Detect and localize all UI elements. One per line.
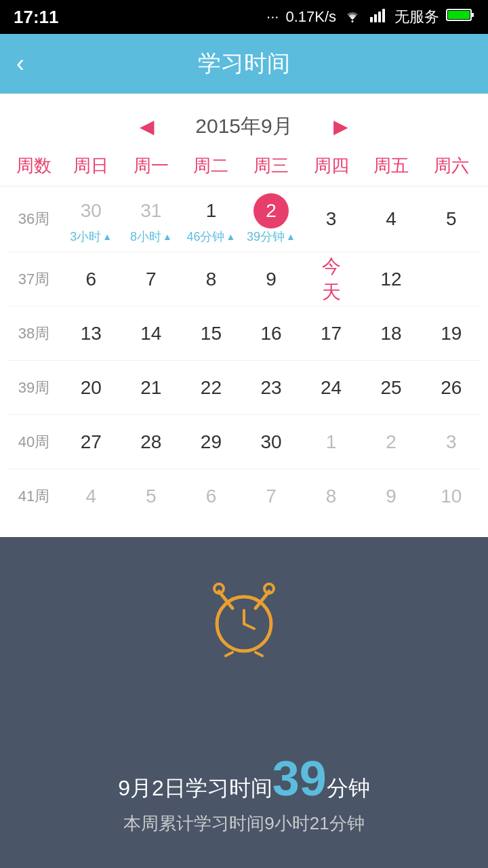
- day-number: 4: [73, 479, 108, 514]
- weekday-wed: 周三: [241, 154, 302, 178]
- calendar-row: 36周303小时 ▲318小时 ▲146分钟 ▲239分钟 ▲345: [7, 186, 481, 252]
- day-number: 10: [434, 479, 469, 514]
- day-cell[interactable]: 17: [301, 309, 361, 358]
- day-cell[interactable]: 12: [361, 255, 422, 304]
- day-cell[interactable]: 2: [361, 418, 422, 467]
- day-cell[interactable]: 18: [361, 309, 422, 358]
- day-cell[interactable]: 303小时 ▲: [61, 186, 121, 252]
- day-number: 2: [373, 425, 409, 460]
- day-cell[interactable]: 29: [181, 418, 241, 467]
- day-number: 今天: [314, 262, 349, 297]
- svg-rect-7: [472, 13, 474, 17]
- week-num-label: 38周: [18, 323, 49, 344]
- day-number: 31: [134, 193, 169, 229]
- day-cell[interactable]: 19: [421, 309, 481, 358]
- summary-suffix: 分钟: [327, 774, 370, 804]
- month-label: 2015年9月: [195, 113, 292, 140]
- day-cell[interactable]: 7: [121, 255, 182, 304]
- weekday-mon: 周一: [121, 154, 182, 178]
- day-cell[interactable]: 3: [421, 418, 481, 467]
- battery-icon: [446, 8, 474, 26]
- day-cell[interactable]: 23: [241, 363, 302, 412]
- status-carrier: 无服务: [394, 7, 439, 27]
- day-cell[interactable]: 4: [61, 472, 121, 521]
- svg-rect-2: [374, 14, 377, 22]
- day-cell[interactable]: 13: [61, 309, 121, 358]
- svg-rect-3: [378, 12, 381, 22]
- next-month-button[interactable]: ▶: [333, 115, 348, 138]
- day-cell[interactable]: 20: [61, 363, 121, 412]
- day-cell[interactable]: 5: [421, 195, 481, 243]
- day-cell[interactable]: 21: [121, 363, 182, 412]
- prev-month-button[interactable]: ◀: [140, 115, 155, 138]
- day-number: 6: [193, 479, 228, 514]
- day-number: 23: [253, 370, 289, 406]
- week-number-cell: 41周: [7, 479, 61, 513]
- svg-rect-1: [370, 17, 373, 22]
- day-cell[interactable]: 14: [121, 309, 182, 358]
- day-number: 16: [253, 316, 289, 351]
- week-number-cell: 38周: [7, 317, 61, 351]
- day-cell[interactable]: 8: [301, 472, 361, 521]
- day-cell[interactable]: 6: [61, 255, 121, 304]
- day-cell[interactable]: 8: [181, 255, 241, 304]
- day-number: 19: [434, 316, 469, 351]
- day-cell[interactable]: 22: [181, 363, 241, 412]
- day-cell[interactable]: 15: [181, 309, 241, 358]
- summary-prefix: 9月2日学习时间: [118, 774, 272, 804]
- day-cell[interactable]: 30: [241, 418, 302, 467]
- day-cell[interactable]: 25: [361, 363, 422, 412]
- week-number-cell: 37周: [7, 262, 61, 296]
- day-cell[interactable]: 6: [181, 472, 241, 521]
- weekday-week-num: 周数: [7, 154, 61, 178]
- bottom-section: 9月2日学习时间 39 分钟 本周累计学习时间9小时21分钟: [0, 537, 488, 868]
- summary-area: 9月2日学习时间 39 分钟 本周累计学习时间9小时21分钟: [118, 754, 370, 835]
- day-number: 18: [373, 316, 409, 351]
- day-cell[interactable]: 5: [121, 472, 182, 521]
- day-cell[interactable]: 28: [121, 418, 182, 467]
- status-right: ··· 0.17K/s 无服务: [266, 7, 474, 27]
- week-number-cell: 39周: [7, 371, 61, 405]
- back-button[interactable]: ‹: [16, 50, 24, 78]
- week-num-label: 41周: [18, 486, 49, 507]
- day-cell[interactable]: 7: [241, 472, 302, 521]
- calendar-row: 39周20212223242526: [7, 361, 481, 415]
- empty-cell: [421, 273, 481, 286]
- day-cell[interactable]: 今天: [301, 255, 361, 304]
- day-number: 20: [73, 370, 108, 406]
- day-number: 24: [314, 370, 349, 406]
- day-number: 2: [253, 193, 289, 229]
- summary-sub: 本周累计学习时间9小时21分钟: [118, 812, 370, 835]
- page-title: 学习时间: [198, 48, 290, 79]
- day-number: 7: [134, 262, 169, 297]
- svg-line-16: [256, 652, 262, 656]
- day-number: 27: [73, 425, 108, 460]
- svg-line-12: [244, 624, 254, 629]
- day-cell[interactable]: 239分钟 ▲: [241, 186, 302, 252]
- calendar-row: 40周27282930123: [7, 415, 481, 469]
- day-number: 22: [193, 370, 228, 406]
- day-number: 1: [193, 193, 228, 229]
- status-time: 17:11: [14, 7, 59, 28]
- week-num-label: 36周: [18, 209, 49, 229]
- day-number: 5: [434, 201, 469, 237]
- day-cell[interactable]: 24: [301, 363, 361, 412]
- day-cell[interactable]: 4: [361, 195, 422, 243]
- day-cell[interactable]: 1: [301, 418, 361, 467]
- day-number: 3: [434, 425, 469, 460]
- top-bar: ‹ 学习时间: [0, 34, 488, 94]
- summary-main: 9月2日学习时间 39 分钟: [118, 754, 370, 804]
- day-cell[interactable]: 318小时 ▲: [121, 186, 182, 252]
- day-cell[interactable]: 10: [421, 472, 481, 521]
- day-number: 1: [314, 425, 349, 460]
- day-cell[interactable]: 9: [241, 255, 302, 304]
- weekday-header: 周数 周日 周一 周二 周三 周四 周五 周六: [0, 154, 488, 186]
- day-cell[interactable]: 26: [421, 363, 481, 412]
- summary-big-number: 39: [272, 754, 327, 803]
- day-number: 17: [314, 316, 349, 351]
- day-cell[interactable]: 3: [301, 195, 361, 243]
- day-cell[interactable]: 146分钟 ▲: [181, 186, 241, 252]
- day-cell[interactable]: 9: [361, 472, 422, 521]
- day-cell[interactable]: 16: [241, 309, 302, 358]
- day-cell[interactable]: 27: [61, 418, 121, 467]
